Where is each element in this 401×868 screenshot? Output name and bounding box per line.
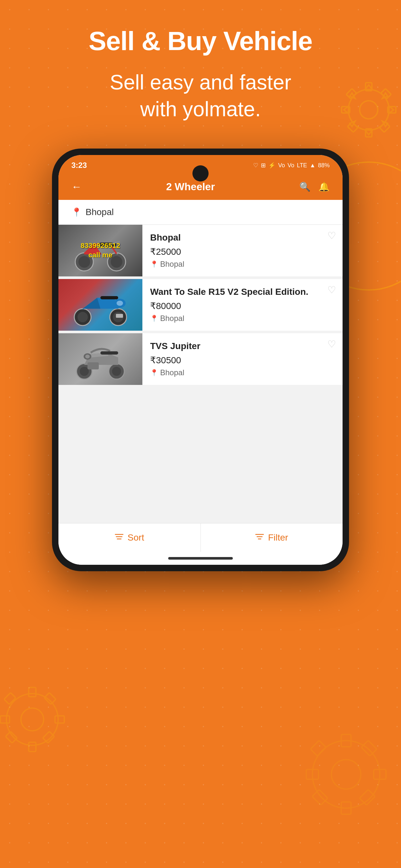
filter-icon bbox=[255, 532, 264, 543]
gear-decoration-bottom-right bbox=[285, 713, 401, 836]
phone-notch bbox=[192, 165, 209, 182]
listing-city-2: Bhopal bbox=[160, 314, 184, 323]
svg-rect-27 bbox=[360, 789, 375, 805]
listing-location-3: 📍 Bhopal bbox=[150, 368, 335, 377]
sort-icon bbox=[115, 532, 124, 543]
svg-rect-49 bbox=[88, 362, 99, 369]
filter-label: Filter bbox=[268, 532, 288, 543]
listing-image-2 bbox=[58, 279, 143, 331]
svg-rect-12 bbox=[29, 687, 36, 697]
svg-point-21 bbox=[331, 760, 361, 789]
svg-rect-23 bbox=[341, 802, 351, 814]
svg-rect-14 bbox=[0, 716, 10, 723]
listing-info-2: Want To Sale R15 V2 Special Edition. ₹80… bbox=[143, 279, 343, 331]
svg-rect-43 bbox=[100, 296, 118, 299]
empty-content-area bbox=[58, 388, 343, 523]
svg-point-48 bbox=[112, 367, 121, 376]
search-button[interactable]: 🔍 bbox=[299, 182, 311, 192]
heart-status-icon: ♡ bbox=[253, 162, 258, 169]
bell-icon: 🔔 bbox=[318, 182, 330, 192]
listing-item[interactable]: TVS Jupiter ₹30500 📍 Bhopal ♡ bbox=[58, 333, 343, 385]
svg-rect-29 bbox=[312, 789, 328, 805]
listing-info-1: Bhopal ₹25000 📍 Bhopal bbox=[143, 225, 343, 276]
search-icon: 🔍 bbox=[299, 182, 311, 192]
nav-title: 2 Wheeler bbox=[166, 181, 215, 193]
svg-point-10 bbox=[6, 693, 58, 745]
svg-point-52 bbox=[85, 354, 90, 359]
wifi-icon: ▲ bbox=[310, 162, 315, 169]
svg-point-46 bbox=[80, 367, 89, 376]
listing-price-2: ₹80000 bbox=[150, 301, 335, 311]
phone-screen: 3:23 ♡ ⊞ ⚡ Vo Vo LTE ▲ 88% ← 2 Wheeler bbox=[58, 155, 343, 565]
listing-price-3: ₹30500 bbox=[150, 355, 335, 366]
favorite-button-1[interactable]: ♡ bbox=[328, 230, 336, 241]
svg-rect-26 bbox=[311, 740, 326, 756]
phone-mockup: 3:23 ♡ ⊞ ⚡ Vo Vo LTE ▲ 88% ← 2 Wheeler bbox=[52, 149, 349, 571]
listing-location-1: 📍 Bhopal bbox=[150, 259, 335, 269]
svg-rect-50 bbox=[100, 351, 118, 354]
location-text: Bhopal bbox=[86, 207, 114, 217]
svg-point-42 bbox=[117, 301, 123, 306]
main-title: Sell & Buy Vehicle bbox=[89, 26, 312, 56]
svg-rect-44 bbox=[116, 314, 123, 318]
location-bar[interactable]: 📍 Bhopal bbox=[58, 200, 343, 225]
listing-1-overlay-text: 8339926512call me bbox=[81, 242, 120, 260]
notification-button[interactable]: 🔔 bbox=[318, 182, 330, 192]
listing-title-1: Bhopal bbox=[150, 232, 335, 244]
page-wrapper: Sell & Buy Vehicle Sell easy and fasterw… bbox=[0, 0, 401, 571]
svg-rect-19 bbox=[5, 732, 17, 743]
sort-button[interactable]: Sort bbox=[58, 523, 201, 552]
listing-city-3: Bhopal bbox=[160, 368, 184, 377]
listing-pin-icon-3: 📍 bbox=[150, 369, 158, 376]
svg-rect-28 bbox=[361, 740, 377, 756]
svg-rect-17 bbox=[42, 732, 54, 743]
listing-image-3 bbox=[58, 333, 143, 385]
svg-point-11 bbox=[21, 708, 43, 731]
listing-location-2: 📍 Bhopal bbox=[150, 314, 335, 323]
listing-title-2: Want To Sale R15 V2 Special Edition. bbox=[150, 286, 335, 298]
signal-icon: Vo bbox=[278, 162, 285, 169]
signal2-icon: Vo bbox=[287, 162, 294, 169]
svg-rect-22 bbox=[341, 735, 351, 747]
image-status-icon: ⊞ bbox=[261, 162, 266, 169]
back-button[interactable]: ← bbox=[71, 181, 82, 193]
svg-point-20 bbox=[312, 741, 380, 808]
battery-text: 88% bbox=[318, 162, 330, 169]
listings-container: 8339926512call me Bhopal ₹25000 📍 Bhopal… bbox=[58, 225, 343, 523]
listing-item[interactable]: Want To Sale R15 V2 Special Edition. ₹80… bbox=[58, 279, 343, 331]
status-time: 3:23 bbox=[71, 161, 87, 170]
listing-image-1: 8339926512call me bbox=[58, 225, 143, 276]
listing-price-1: ₹25000 bbox=[150, 246, 335, 257]
bluetooth-icon: ⚡ bbox=[268, 162, 275, 169]
svg-rect-25 bbox=[374, 770, 386, 779]
svg-rect-13 bbox=[29, 742, 36, 751]
status-icons: ♡ ⊞ ⚡ Vo Vo LTE ▲ 88% bbox=[253, 162, 330, 169]
lte-icon: LTE bbox=[297, 162, 307, 169]
svg-rect-15 bbox=[55, 716, 64, 723]
svg-point-38 bbox=[78, 312, 88, 322]
location-pin-icon: 📍 bbox=[71, 207, 82, 217]
subtitle: Sell easy and fasterwith yolmate. bbox=[110, 69, 291, 123]
home-indicator bbox=[58, 552, 343, 565]
gear-decoration-bottom-left bbox=[0, 668, 84, 771]
filter-button[interactable]: Filter bbox=[201, 523, 343, 552]
listing-pin-icon-1: 📍 bbox=[150, 260, 158, 268]
favorite-button-2[interactable]: ♡ bbox=[328, 284, 336, 296]
svg-rect-16 bbox=[4, 693, 16, 704]
listing-title-3: TVS Jupiter bbox=[150, 340, 335, 352]
svg-rect-24 bbox=[306, 770, 319, 779]
svg-rect-18 bbox=[44, 693, 56, 704]
home-bar bbox=[168, 557, 233, 560]
listing-item[interactable]: 8339926512call me Bhopal ₹25000 📍 Bhopal… bbox=[58, 225, 343, 276]
listing-info-3: TVS Jupiter ₹30500 📍 Bhopal bbox=[143, 333, 343, 385]
favorite-button-3[interactable]: ♡ bbox=[328, 338, 336, 350]
listing-city-1: Bhopal bbox=[160, 259, 184, 269]
sort-label: Sort bbox=[127, 532, 144, 543]
listing-pin-icon-2: 📍 bbox=[150, 314, 158, 322]
nav-action-icons: 🔍 🔔 bbox=[299, 182, 330, 192]
bottom-action-bar: Sort Filter bbox=[58, 523, 343, 552]
